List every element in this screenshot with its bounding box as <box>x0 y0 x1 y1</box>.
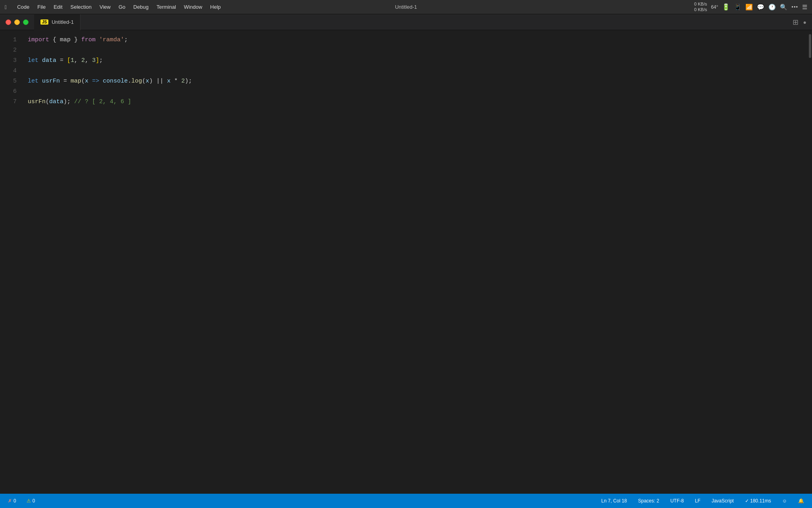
line-num-3: 3 <box>0 56 20 66</box>
menu-window[interactable]: Window <box>180 0 206 14</box>
menu-debug[interactable]: Debug <box>129 0 152 14</box>
line-ending[interactable]: LF <box>693 494 703 508</box>
chat-icon: 💬 <box>757 4 764 11</box>
menu-view[interactable]: View <box>96 0 115 14</box>
line-col-text: Ln 7, Col 18 <box>601 498 627 504</box>
menu-file[interactable]: File <box>33 0 50 14</box>
line-num-1: 1 <box>0 35 20 45</box>
timing-text: ✓ 180.11ms <box>745 498 771 504</box>
notification-button[interactable]: 🔔 <box>796 494 806 508</box>
bell-icon: 🔔 <box>798 498 804 504</box>
maximize-button[interactable] <box>23 19 29 25</box>
warning-icon: ⚠ <box>27 498 31 504</box>
unsaved-indicator: ● <box>803 19 806 25</box>
line-ending-text: LF <box>695 498 701 504</box>
menu-go[interactable]: Go <box>115 0 129 14</box>
error-count: 0 <box>13 498 16 504</box>
scrollbar-thumb[interactable] <box>809 34 811 58</box>
language-badge: JS <box>40 19 48 25</box>
line-numbers: 1 2 3 4 5 6 7 <box>0 30 24 494</box>
list-icon: ☰ <box>802 4 807 11</box>
language-mode[interactable]: JavaScript <box>709 494 736 508</box>
code-line-1: import { map } from 'ramda'; <box>28 35 808 45</box>
warnings-indicator[interactable]: ⚠ 0 <box>24 494 38 508</box>
warning-count: 0 <box>33 498 35 504</box>
encoding-text: UTF-8 <box>670 498 684 504</box>
network-stats: 0 KB/s0 KB/s <box>694 2 707 12</box>
menu-terminal[interactable]: Terminal <box>153 0 180 14</box>
code-line-5: let usrFn = map(x => console.log(x) || x… <box>28 76 808 87</box>
line-num-7: 7 <box>0 97 20 107</box>
temperature: 64° <box>711 4 718 10</box>
line-num-5: 5 <box>0 76 20 87</box>
code-line-6 <box>28 87 808 97</box>
code-editor[interactable]: import { map } from 'ramda'; let data = … <box>24 30 808 494</box>
statusbar: ✗ 0 ⚠ 0 Ln 7, Col 18 Spaces: 2 UTF-8 LF … <box>0 494 812 508</box>
editor-tab[interactable]: JS Untitled-1 <box>34 14 80 30</box>
menubar:  Code File Edit Selection View Go Debug… <box>0 0 812 14</box>
split-editor-icon[interactable]: ⊞ <box>793 18 799 27</box>
clock-icon: 🕐 <box>768 4 776 11</box>
code-line-7: usrFn(data); // ? [ 2, 4, 6 ] <box>28 97 808 107</box>
menu-help[interactable]: Help <box>206 0 225 14</box>
language-text: JavaScript <box>712 498 734 504</box>
wifi-icon: 📶 <box>745 4 753 11</box>
more-icon: ••• <box>791 4 798 10</box>
error-icon: ✗ <box>8 498 12 504</box>
menu-selection[interactable]: Selection <box>67 0 96 14</box>
editor-container: 1 2 3 4 5 6 7 import { map } from 'ramda… <box>0 30 812 494</box>
tab-filename: Untitled-1 <box>52 19 74 25</box>
code-line-3: let data = [1, 2, 3]; <box>28 56 808 66</box>
battery-icon: 🔋 <box>722 3 730 11</box>
close-button[interactable] <box>6 19 11 25</box>
apple-logo-icon[interactable]:  <box>5 4 7 10</box>
line-num-2: 2 <box>0 45 20 56</box>
timing-indicator: ✓ 180.11ms <box>743 494 774 508</box>
statusbar-left: ✗ 0 ⚠ 0 <box>6 494 37 508</box>
phone-icon: 📱 <box>734 4 741 11</box>
statusbar-right: Ln 7, Col 18 Spaces: 2 UTF-8 LF JavaScri… <box>599 494 806 508</box>
indentation[interactable]: Spaces: 2 <box>636 494 661 508</box>
menubar-right: 0 KB/s0 KB/s 64° 🔋 📱 📶 💬 🕐 🔍 ••• ☰ <box>694 2 807 12</box>
emoji-icon: ☺ <box>782 498 787 504</box>
scrollbar-track <box>808 30 812 494</box>
window-title: Untitled-1 <box>395 4 417 10</box>
minimize-button[interactable] <box>14 19 20 25</box>
code-line-2 <box>28 45 808 56</box>
line-num-6: 6 <box>0 87 20 97</box>
code-line-4 <box>28 66 808 76</box>
cursor-position[interactable]: Ln 7, Col 18 <box>599 494 630 508</box>
encoding-indicator[interactable]: UTF-8 <box>668 494 686 508</box>
spaces-text: Spaces: 2 <box>638 498 659 504</box>
menu-code[interactable]: Code <box>13 0 33 14</box>
menu-edit[interactable]: Edit <box>50 0 66 14</box>
tab-actions: ⊞ ● <box>793 18 812 27</box>
emoji-button[interactable]: ☺ <box>780 494 789 508</box>
line-num-4: 4 <box>0 66 20 76</box>
errors-indicator[interactable]: ✗ 0 <box>6 494 19 508</box>
finder-icon: 🔍 <box>780 4 787 11</box>
